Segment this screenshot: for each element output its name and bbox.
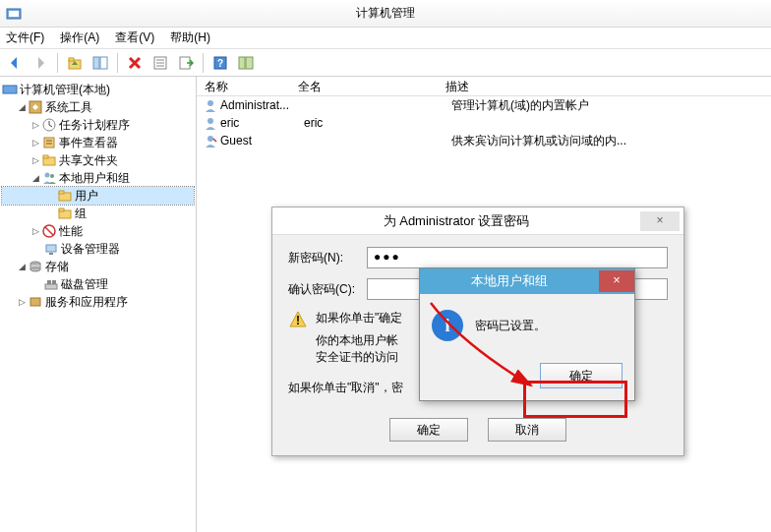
warning-text: 如果你单击"取消"，密 [288, 381, 403, 394]
tree-local-users[interactable]: ◢本地用户和组 [2, 169, 194, 187]
tree-label: 性能 [59, 223, 83, 240]
ok-button[interactable]: 确定 [389, 418, 468, 442]
svg-rect-38 [30, 298, 40, 306]
tree-groups[interactable]: 组 [2, 205, 194, 222]
properties-button[interactable] [149, 52, 171, 74]
app-icon [6, 6, 22, 22]
expand-icon[interactable]: ▷ [30, 226, 41, 236]
svg-rect-1 [9, 11, 19, 17]
new-password-input[interactable]: ●●● [367, 247, 668, 268]
tree-event-viewer[interactable]: ▷事件查看器 [2, 134, 194, 151]
svg-rect-36 [47, 280, 51, 284]
cell-name: Administrat... [220, 98, 304, 112]
toolbar-sep [203, 53, 204, 73]
tree-disk-mgmt[interactable]: 磁盘管理 [2, 275, 194, 293]
expand-icon[interactable]: ▷ [16, 297, 28, 307]
confirm-dialog: 本地用户和组 × i 密码已设置。 确定 [419, 267, 635, 401]
tree-label: 组 [75, 206, 87, 222]
svg-rect-4 [93, 57, 99, 69]
svg-rect-35 [45, 284, 57, 289]
svg-rect-30 [46, 245, 56, 252]
back-button[interactable] [4, 52, 26, 74]
tree-device-manager[interactable]: 设备管理器 [2, 240, 194, 258]
svg-rect-26 [59, 191, 64, 194]
tree-label: 系统工具 [45, 99, 92, 116]
cell-name: eric [220, 116, 304, 130]
tree-label: 事件查看器 [59, 135, 118, 151]
collapse-icon[interactable]: ◢ [30, 173, 41, 183]
svg-point-39 [208, 100, 213, 106]
list-item[interactable]: Guest 供来宾访问计算机或访问域的内... [197, 132, 771, 149]
confirm-message: 密码已设置。 [475, 318, 546, 334]
forward-button[interactable] [30, 52, 51, 74]
svg-rect-14 [246, 57, 253, 69]
close-button[interactable]: × [599, 270, 634, 292]
svg-point-34 [30, 267, 40, 271]
header-desc[interactable]: 描述 [438, 77, 771, 95]
menu-help[interactable]: 帮助(H) [170, 30, 210, 46]
svg-rect-22 [43, 155, 48, 158]
new-password-label: 新密码(N): [288, 250, 367, 266]
tree-system-tools[interactable]: ◢系统工具 [2, 98, 194, 116]
expand-icon[interactable]: ▷ [30, 155, 41, 165]
window-title: 计算机管理 [356, 5, 415, 22]
user-icon [203, 97, 218, 113]
tree-label: 存储 [45, 259, 69, 275]
cancel-button[interactable]: 取消 [488, 418, 566, 442]
cell-full: eric [304, 116, 451, 130]
tree-shared-folders[interactable]: ▷共享文件夹 [2, 151, 194, 169]
tree-task-scheduler[interactable]: ▷任务计划程序 [2, 116, 194, 134]
tree-performance[interactable]: ▷性能 [2, 222, 194, 240]
tree-label: 计算机管理(本地) [20, 82, 110, 98]
menu-bar: 文件(F) 操作(A) 查看(V) 帮助(H) [0, 28, 771, 49]
menu-action[interactable]: 操作(A) [60, 30, 99, 46]
collapse-icon[interactable]: ◢ [16, 262, 28, 271]
expand-icon[interactable]: ▷ [30, 120, 41, 130]
tree-services[interactable]: ▷服务和应用程序 [2, 293, 194, 311]
svg-point-41 [208, 136, 213, 142]
help-button[interactable]: ? [209, 52, 231, 74]
dialog-title-bar[interactable]: 本地用户和组 × [420, 268, 634, 294]
list-item[interactable]: eric eric [197, 114, 771, 132]
tree-users[interactable]: 用户 [2, 187, 194, 205]
title-bar: 计算机管理 [0, 0, 771, 28]
export-button[interactable] [175, 52, 197, 74]
menu-view[interactable]: 查看(V) [115, 30, 154, 46]
svg-text:?: ? [217, 58, 223, 69]
close-button[interactable]: × [640, 211, 680, 231]
tree-storage[interactable]: ◢存储 [2, 258, 194, 275]
dialog-title-bar[interactable]: 为 Administrator 设置密码 × [272, 207, 683, 235]
cell-name: Guest [220, 134, 304, 148]
tree-label: 任务计划程序 [59, 117, 130, 134]
svg-rect-15 [3, 86, 17, 93]
menu-file[interactable]: 文件(F) [6, 30, 44, 46]
tree-label: 设备管理器 [61, 241, 120, 258]
list-item[interactable]: Administrat... 管理计算机(域)的内置帐户 [197, 96, 771, 114]
toolbar-sep [117, 53, 118, 73]
user-icon [203, 133, 218, 148]
refresh-button[interactable] [235, 52, 257, 74]
warning-icon: ! [288, 310, 308, 329]
svg-rect-3 [69, 58, 74, 61]
tree-label: 用户 [75, 188, 98, 205]
up-button[interactable] [64, 52, 86, 74]
confirm-password-label: 确认密码(C): [288, 281, 367, 298]
ok-button[interactable]: 确定 [540, 363, 623, 388]
collapse-icon[interactable]: ◢ [16, 102, 28, 112]
tree-label: 共享文件夹 [59, 152, 118, 169]
cell-desc: 供来宾访问计算机或访问域的内... [451, 133, 771, 149]
expand-icon[interactable]: ▷ [30, 138, 41, 148]
header-fullname[interactable]: 全名 [290, 77, 438, 95]
svg-rect-28 [59, 208, 64, 211]
toolbar-sep [57, 53, 58, 73]
show-hide-button[interactable] [89, 52, 111, 74]
warning-text: 安全证书的访问 [316, 350, 398, 364]
dialog-title: 本地用户和组 [420, 272, 599, 290]
svg-point-23 [45, 173, 50, 178]
svg-text:!: ! [296, 314, 300, 327]
header-name[interactable]: 名称 [197, 77, 290, 95]
tree-root[interactable]: 计算机管理(本地) [2, 81, 194, 98]
dialog-title: 为 Administrator 设置密码 [272, 212, 640, 230]
svg-rect-13 [239, 57, 245, 69]
delete-button[interactable] [124, 52, 146, 74]
